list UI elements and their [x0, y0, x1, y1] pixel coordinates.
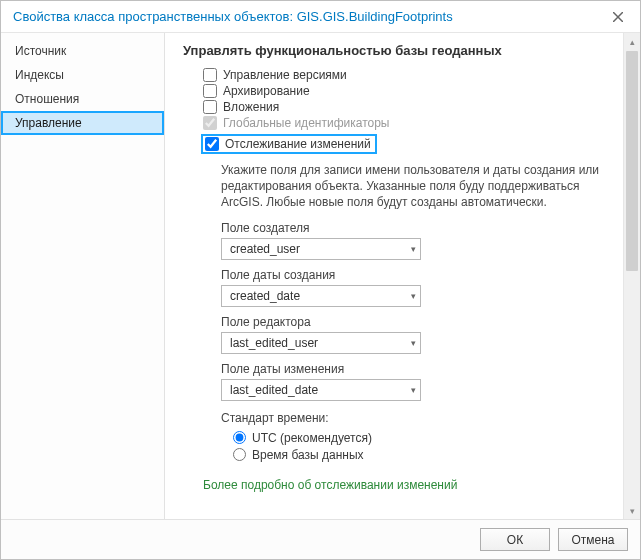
checkbox-archiving-input[interactable] — [203, 84, 217, 98]
field-creator-label: Поле создателя — [221, 221, 615, 235]
radio-utc-label: UTC (рекомендуется) — [252, 431, 372, 445]
checkbox-attachments-label: Вложения — [223, 100, 279, 114]
vertical-scrollbar[interactable]: ▴ ▾ — [623, 33, 640, 519]
section-title: Управлять функциональностью базы геоданн… — [183, 43, 615, 58]
checkbox-global-ids-input — [203, 116, 217, 130]
window-title: Свойства класса пространственных объекто… — [13, 9, 604, 24]
sidebar-item-relationships[interactable]: Отношения — [1, 87, 164, 111]
checkbox-attachments[interactable]: Вложения — [203, 100, 615, 114]
checkbox-global-ids: Глобальные идентификаторы — [203, 116, 615, 130]
field-creator-value: created_user — [230, 242, 300, 256]
checkbox-editor-tracking-input[interactable] — [205, 137, 219, 151]
chevron-down-icon: ▾ — [411, 244, 416, 254]
dialog-footer: ОК Отмена — [1, 519, 640, 559]
checkbox-editor-tracking-label: Отслеживание изменений — [225, 137, 371, 151]
content-wrap: Управлять функциональностью базы геоданн… — [165, 33, 640, 519]
checkbox-archiving-label: Архивирование — [223, 84, 310, 98]
field-creation-date-value: created_date — [230, 289, 300, 303]
chevron-down-icon: ▾ — [411, 338, 416, 348]
sidebar-item-indexes[interactable]: Индексы — [1, 63, 164, 87]
field-editor-select[interactable]: last_edited_user ▾ — [221, 332, 421, 354]
sidebar-item-management[interactable]: Управление — [1, 111, 164, 135]
time-standard-label: Стандарт времени: — [221, 411, 615, 425]
scroll-thumb[interactable] — [626, 51, 638, 271]
scroll-down-icon[interactable]: ▾ — [624, 502, 640, 519]
field-editor: Поле редактора last_edited_user ▾ — [221, 315, 615, 354]
checkbox-versioning[interactable]: Управление версиями — [203, 68, 615, 82]
chevron-down-icon: ▾ — [411, 385, 416, 395]
checkbox-editor-tracking[interactable]: Отслеживание изменений — [201, 134, 377, 154]
field-creation-date-label: Поле даты создания — [221, 268, 615, 282]
field-edit-date: Поле даты изменения last_edited_date ▾ — [221, 362, 615, 401]
field-creation-date: Поле даты создания created_date ▾ — [221, 268, 615, 307]
field-edit-date-select[interactable]: last_edited_date ▾ — [221, 379, 421, 401]
checkbox-versioning-input[interactable] — [203, 68, 217, 82]
field-creator-select[interactable]: created_user ▾ — [221, 238, 421, 260]
scroll-up-icon[interactable]: ▴ — [624, 33, 640, 50]
radio-utc[interactable]: UTC (рекомендуется) — [233, 431, 615, 445]
checkbox-archiving[interactable]: Архивирование — [203, 84, 615, 98]
cancel-button[interactable]: Отмена — [558, 528, 628, 551]
field-editor-value: last_edited_user — [230, 336, 318, 350]
radio-utc-input[interactable] — [233, 431, 246, 444]
chevron-down-icon: ▾ — [411, 291, 416, 301]
checkbox-versioning-label: Управление версиями — [223, 68, 347, 82]
checkbox-global-ids-label: Глобальные идентификаторы — [223, 116, 389, 130]
sidebar-item-source[interactable]: Источник — [1, 39, 164, 63]
field-creator: Поле создателя created_user ▾ — [221, 221, 615, 260]
learn-more-link[interactable]: Более подробно об отслеживании изменений — [203, 478, 615, 492]
close-icon — [613, 12, 623, 22]
radio-db-time-input[interactable] — [233, 448, 246, 461]
checkbox-attachments-input[interactable] — [203, 100, 217, 114]
tracking-description: Укажите поля для записи имени пользовате… — [221, 162, 601, 211]
field-edit-date-label: Поле даты изменения — [221, 362, 615, 376]
field-creation-date-select[interactable]: created_date ▾ — [221, 285, 421, 307]
field-edit-date-value: last_edited_date — [230, 383, 318, 397]
titlebar: Свойства класса пространственных объекто… — [1, 1, 640, 33]
radio-db-time-label: Время базы данных — [252, 448, 364, 462]
dialog-body: Источник Индексы Отношения Управление Уп… — [1, 33, 640, 519]
close-button[interactable] — [604, 5, 632, 29]
sidebar: Источник Индексы Отношения Управление — [1, 33, 165, 519]
ok-button[interactable]: ОК — [480, 528, 550, 551]
radio-db-time[interactable]: Время базы данных — [233, 448, 615, 462]
dialog-window: Свойства класса пространственных объекто… — [0, 0, 641, 560]
content-panel: Управлять функциональностью базы геоданн… — [165, 33, 623, 519]
field-editor-label: Поле редактора — [221, 315, 615, 329]
